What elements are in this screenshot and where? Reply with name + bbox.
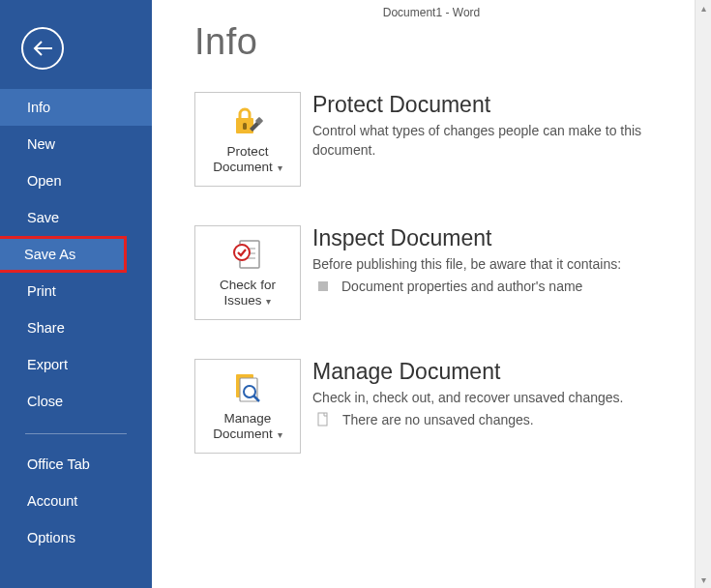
square-bullet-icon <box>318 281 328 291</box>
section-description: Control what types of changes people can… <box>312 122 701 160</box>
scroll-up-arrow-icon[interactable]: ▴ <box>696 0 711 16</box>
section-description: Check in, check out, and recover unsaved… <box>312 389 701 408</box>
protect-document-button[interactable]: Protect Document ▾ <box>194 92 301 187</box>
info-section-manage: Manage Document ▾ Manage Document Check … <box>194 359 711 454</box>
manage-document-button[interactable]: Manage Document ▾ <box>194 359 301 454</box>
scroll-track[interactable] <box>696 16 711 572</box>
lock-key-icon <box>228 103 267 140</box>
document-icon <box>315 412 331 427</box>
document-check-icon <box>228 237 267 274</box>
window-title: Document1 - Word <box>152 0 711 25</box>
sidebar-item-close[interactable]: Close <box>0 383 152 420</box>
section-heading: Protect Document <box>312 92 701 118</box>
manage-bullet: There are no unsaved changes. <box>312 412 701 427</box>
tile-label: Protect Document ▾ <box>213 144 281 175</box>
info-section-protect: Protect Document ▾ Protect Document Cont… <box>194 92 711 187</box>
section-heading: Manage Document <box>312 359 701 385</box>
backstage-sidebar: Info New Open Save Save As Print Share E… <box>0 0 152 588</box>
back-button[interactable] <box>21 27 64 70</box>
sidebar-item-export[interactable]: Export <box>0 346 152 383</box>
svg-point-8 <box>234 245 250 260</box>
info-section-inspect: Check for Issues ▾ Inspect Document Befo… <box>194 225 711 320</box>
sidebar-item-options[interactable]: Options <box>0 519 152 556</box>
inspect-bullet: Document properties and author's name <box>312 279 701 294</box>
sidebar-item-open[interactable]: Open <box>0 162 152 199</box>
svg-rect-2 <box>243 123 247 130</box>
documents-search-icon <box>228 370 267 407</box>
section-heading: Inspect Document <box>312 225 701 251</box>
sidebar-item-save-as[interactable]: Save As <box>0 236 127 273</box>
scroll-down-arrow-icon[interactable]: ▾ <box>696 572 711 588</box>
sidebar-item-new[interactable]: New <box>0 126 152 162</box>
main-content: Document1 - Word Info Protect Document ▾ <box>152 0 711 588</box>
svg-rect-13 <box>318 413 327 426</box>
sidebar-item-print[interactable]: Print <box>0 273 152 309</box>
check-for-issues-button[interactable]: Check for Issues ▾ <box>194 225 301 320</box>
sidebar-separator <box>25 433 127 434</box>
tile-label: Manage Document ▾ <box>213 411 281 442</box>
sidebar-item-account[interactable]: Account <box>0 483 152 519</box>
page-title: Info <box>194 21 711 63</box>
sidebar-item-share[interactable]: Share <box>0 309 152 346</box>
vertical-scrollbar[interactable]: ▴ ▾ <box>695 0 711 588</box>
sidebar-item-save[interactable]: Save <box>0 199 152 236</box>
section-description: Before publishing this file, be aware th… <box>312 255 701 275</box>
back-arrow-icon <box>31 37 54 60</box>
sidebar-item-info[interactable]: Info <box>0 89 152 126</box>
tile-label: Check for Issues ▾ <box>220 278 276 309</box>
sidebar-item-office-tab[interactable]: Office Tab <box>0 446 152 483</box>
